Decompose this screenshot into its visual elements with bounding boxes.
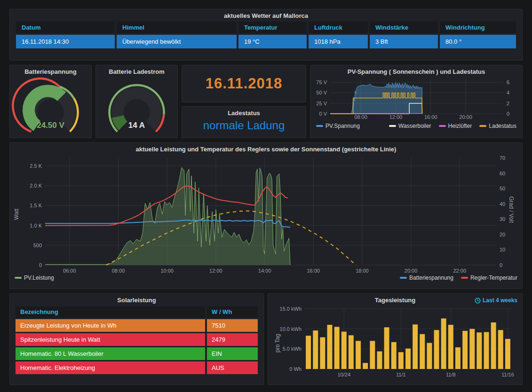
svg-text:50: 50 (500, 186, 505, 191)
weather-col-datum: Datum (16, 22, 115, 33)
daily-chart-wrap: pro Tag 0 Wh5.0 kWh10.0 kWh15.0 kWh10/24… (268, 305, 522, 378)
svg-text:10.0 kWh: 10.0 kWh (279, 326, 301, 332)
solar-row-value: 7510 (207, 319, 258, 332)
weather-value-temperatur: 19 °C (238, 35, 307, 48)
svg-text:20:00: 20:00 (405, 268, 418, 274)
panel-weather: aktuelles Wetter auf Mallorca Datum Himm… (9, 9, 523, 61)
svg-text:75 V: 75 V (316, 79, 327, 85)
gauge-title: Batterie Ladestrom (96, 65, 177, 77)
legend-item-batteriespannung[interactable]: Batteriespannung (400, 274, 453, 281)
weather-col-himmel: Himmel (117, 22, 237, 33)
legend-item-wasserboiler[interactable]: Wasserboiler (389, 123, 431, 129)
svg-text:20: 20 (500, 232, 505, 237)
legend-item-pv-leistung[interactable]: PV.Leistung (15, 274, 54, 281)
pv-voltage-chart-plot[interactable]: 08:0012:0016:0020:000 V25 V50 V75 V0246 (310, 77, 516, 121)
weather-table-header: Datum Himmel Temperatur Luftdruck Windst… (16, 22, 516, 33)
weather-value-himmel: Überwiegend bewölkt (117, 35, 237, 48)
svg-text:70: 70 (500, 155, 505, 161)
current-date: 16.11.2018 (206, 75, 282, 92)
legend-label: Regler-Temperatur (470, 274, 517, 281)
svg-text:40: 40 (500, 201, 505, 207)
daily-chart-ylabel: pro Tag (274, 334, 281, 353)
svg-text:2: 2 (507, 101, 509, 106)
heizluefter-swatch-icon (439, 125, 446, 127)
weather-col-windrichtung: Windrichtung (440, 22, 516, 33)
table-row: Spitzenleistung Heute in Watt 2479 (16, 333, 258, 346)
solar-row-value: EIN (207, 347, 258, 360)
svg-text:60: 60 (500, 171, 505, 176)
table-row: Homematic. Elektroheizung AUS (16, 361, 258, 374)
row-bottom: Solarleistung Bezeichnung W / Wh Erzeugt… (9, 293, 523, 385)
main-chart-ylabel-left: Watt (13, 209, 20, 220)
regler-temperatur-swatch-icon (461, 277, 468, 279)
legend-item-pv-spannung[interactable]: PV.Spannung (316, 123, 360, 129)
main-chart-wrap: Watt Grad / Volt 06:0008:0010:0012:0014:… (10, 154, 522, 274)
solar-col-bezeichnung: Bezeichnung (16, 306, 205, 318)
weather-title: aktuelles Wetter auf Mallorca (10, 9, 522, 21)
svg-text:10/24: 10/24 (337, 372, 350, 377)
legend-label: PV.Leistung (24, 274, 54, 281)
svg-text:1.5 K: 1.5 K (30, 203, 42, 208)
main-chart-plot[interactable]: 06:0008:0010:0012:0014:0016:0018:0020:00… (13, 154, 519, 274)
main-chart-legend: PV.Leistung Batteriespannung Regler-Temp… (10, 274, 522, 281)
ladestatus-value: normale Ladung (182, 119, 306, 132)
solar-row-label: Homematic. Elektroheizung (16, 361, 205, 374)
time-range-link[interactable]: Last 4 weeks (475, 297, 517, 304)
solar-row-value: 2479 (207, 333, 258, 346)
gauge-value: 14 A (96, 121, 177, 130)
svg-text:0 V: 0 V (319, 111, 327, 117)
svg-text:25 V: 25 V (316, 101, 327, 106)
svg-text:11/8: 11/8 (446, 372, 456, 377)
svg-text:10:00: 10:00 (160, 268, 174, 274)
svg-text:20:00: 20:00 (459, 114, 472, 120)
weather-table-row: 16.11.2018 14:30 Überwiegend bewölkt 19 … (16, 33, 516, 48)
solar-col-wwh: W / Wh (207, 306, 258, 318)
weather-table: Datum Himmel Temperatur Luftdruck Windst… (16, 22, 516, 48)
table-row: Erzeugte Leistung von Heute in Wh 7510 (16, 319, 258, 332)
daily-bar-chart-plot[interactable]: 0 Wh5.0 kWh10.0 kWh15.0 kWh10/2411/111/8… (275, 305, 516, 378)
weather-col-temperatur: Temperatur (238, 22, 307, 33)
pv-spannung-swatch-icon (316, 125, 323, 127)
panel-batteriespannung-gauge: Batteriespannung 24.50 V (9, 65, 92, 138)
svg-text:0: 0 (500, 262, 502, 268)
panel-tagesleistung: Tagesleistung Last 4 weeks pro Tag 0 Wh5… (268, 293, 523, 385)
legend-label: PV.Spannung (326, 123, 360, 129)
svg-text:6: 6 (507, 79, 509, 85)
svg-text:11/16: 11/16 (501, 372, 514, 377)
solar-row-label: Spitzenleistung Heute in Watt (16, 333, 205, 346)
wasserboiler-swatch-icon (389, 125, 396, 127)
weather-value-windstaerke: 3 Bft (370, 35, 438, 48)
legend-item-ladestatus[interactable]: Ladestatus (479, 123, 516, 129)
panel-ladestatus: Ladestatus normale Ladung (182, 106, 306, 138)
svg-text:500: 500 (33, 243, 42, 248)
solar-row-label: Homematic. 80 L Wasserboiler (16, 347, 205, 360)
svg-text:2.5 K: 2.5 K (30, 163, 42, 169)
gauge-title: Batteriespannung (10, 65, 91, 77)
column-date-status: 16.11.2018 Ladestatus normale Ladung (182, 65, 306, 138)
weather-value-luftdruck: 1018 hPa (309, 35, 368, 48)
legend-label: Ladestatus (489, 123, 516, 129)
main-chart-ylabel-right: Grad / Volt (508, 196, 515, 223)
ladestatus-title: Ladestatus (182, 107, 306, 118)
svg-text:08:00: 08:00 (354, 114, 367, 120)
svg-text:0: 0 (507, 111, 509, 117)
legend-item-regler-temperatur[interactable]: Regler-Temperatur (461, 274, 517, 281)
solar-title: Solarleistung (10, 294, 263, 305)
table-row: Homematic. 80 L Wasserboiler EIN (16, 347, 258, 360)
svg-text:0 Wh: 0 Wh (289, 366, 302, 372)
gauge-value: 24.50 V (10, 121, 91, 130)
panel-main-chart: aktuelle Leistung und Temperatur des Reg… (9, 142, 523, 289)
solar-row-label: Erzeugte Leistung von Heute in Wh (16, 319, 205, 332)
panel-ladestrom-gauge: Batterie Ladestrom 14 A (95, 65, 178, 138)
svg-text:30: 30 (500, 216, 505, 222)
svg-text:12:00: 12:00 (389, 114, 403, 120)
legend-item-heizluefter[interactable]: Heizlüfter (439, 123, 472, 129)
panel-solarleistung: Solarleistung Bezeichnung W / Wh Erzeugt… (9, 293, 264, 385)
svg-text:08:00: 08:00 (112, 268, 125, 274)
pv-leistung-swatch-icon (15, 277, 22, 279)
svg-text:4: 4 (507, 90, 509, 95)
pv-chart-wrap: 08:0012:0016:0020:000 V25 V50 V75 V0246 (310, 77, 522, 123)
legend-label: Heizlüfter (448, 123, 472, 129)
panel-date: 16.11.2018 (182, 65, 306, 102)
solar-table-header: Bezeichnung W / Wh (16, 306, 258, 318)
